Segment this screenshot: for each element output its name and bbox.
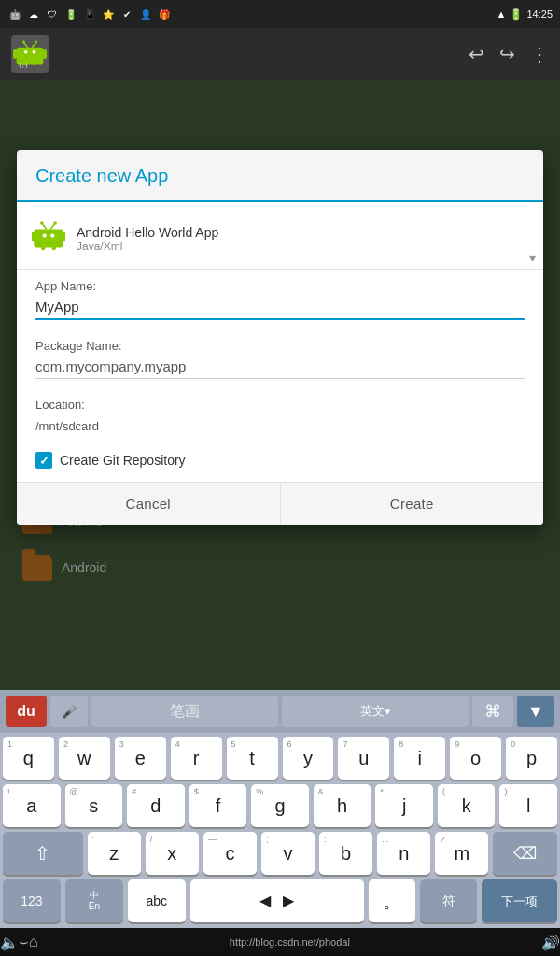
status-bar: 🤖 ☁ 🛡 🔋 📱 ⭐ ✔ 👤 🎁 ▲ 🔋 14:25: [0, 0, 560, 28]
kbd-stroke-button[interactable]: 笔画: [91, 696, 278, 727]
keyboard: du 🎤 笔画 英文▾ ⌘ ▼ 1q 2w 3e 4r 5t 6y 7u 8i: [0, 690, 560, 928]
keyboard-keys: 1q 2w 3e 4r 5t 6y 7u 8i 9o 0p !a @s #d $…: [0, 733, 560, 922]
key-e[interactable]: 3e: [115, 737, 166, 780]
key-g[interactable]: %g: [251, 784, 309, 827]
location-value: /mnt/sdcard: [35, 415, 525, 439]
kbd-hide-button[interactable]: ▼: [517, 696, 554, 727]
git-repo-checkbox-row[interactable]: ✓ Create Git Repository: [17, 443, 543, 482]
key-m[interactable]: ?m: [435, 832, 488, 875]
template-name: Android Hello World App: [77, 225, 218, 240]
kbd-en-button[interactable]: 英文▾: [282, 696, 469, 727]
key-w[interactable]: 2w: [59, 737, 110, 780]
gift-icon: 🎁: [157, 7, 172, 21]
key-v[interactable]: ;v: [261, 832, 315, 875]
key-x[interactable]: /x: [146, 832, 199, 875]
android-icon: 🤖: [7, 7, 22, 21]
bottom-bar: 🔈 ⌣ ⌂ http://blog.csdn.net/phodal 🔊: [0, 928, 560, 956]
undo-icon[interactable]: ↩: [469, 43, 484, 65]
app-name-label: App Name:: [35, 279, 525, 293]
volume-icon: 🔈: [0, 934, 19, 951]
du-label: du: [17, 703, 35, 720]
location-label: Location:: [35, 398, 525, 412]
template-expand-icon: ▾: [529, 250, 536, 265]
key-f[interactable]: $f: [189, 784, 247, 827]
key-s[interactable]: @s: [65, 784, 123, 827]
backspace-key[interactable]: ⌫: [493, 832, 557, 875]
key-c[interactable]: —c: [203, 832, 257, 875]
key-symbol[interactable]: 符: [420, 879, 478, 922]
git-repo-checkbox[interactable]: ✓: [35, 452, 52, 469]
dialog-body: Android Hello World App Java/Xml ▾ App N…: [17, 202, 543, 482]
location-section: Location: /mnt/sdcard: [17, 388, 543, 443]
svg-point-19: [43, 233, 47, 237]
redo-icon[interactable]: ↪: [499, 43, 515, 65]
key-period[interactable]: 。: [369, 879, 415, 922]
svg-rect-15: [32, 232, 35, 241]
key-row-4: 123 中En abc ◀ ▶ 。 符 下一项: [3, 879, 557, 922]
svg-point-5: [24, 50, 28, 54]
svg-rect-2: [43, 49, 47, 59]
key-i[interactable]: 8i: [394, 737, 445, 780]
create-button[interactable]: Create: [281, 483, 544, 525]
kbd-sym-button[interactable]: ⌘: [472, 696, 513, 727]
battery-level: 🔋: [510, 8, 523, 21]
key-row-1: 1q 2w 3e 4r 5t 6y 7u 8i 9o 0p: [3, 737, 557, 780]
key-zh-en[interactable]: 中En: [65, 879, 123, 922]
key-a[interactable]: !a: [3, 784, 61, 827]
key-h[interactable]: &h: [314, 784, 371, 827]
space-key[interactable]: ◀ ▶: [190, 879, 364, 922]
svg-rect-4: [33, 58, 36, 66]
key-j[interactable]: *j: [375, 784, 433, 827]
svg-line-21: [43, 224, 47, 230]
kbd-du-button[interactable]: du: [6, 696, 47, 727]
key-p[interactable]: 0p: [506, 737, 557, 780]
app-logo: {;}: [11, 35, 49, 73]
key-next[interactable]: 下一项: [482, 879, 557, 922]
dialog-buttons: Cancel Create: [17, 482, 543, 525]
svg-text:{;}: {;}: [19, 63, 28, 68]
app-name-input[interactable]: [35, 297, 525, 320]
key-q[interactable]: 1q: [3, 737, 54, 780]
status-icons-right: ▲ 🔋 14:25: [497, 8, 553, 21]
key-row-3: ⇧ 'z /x —c ;v :b ...n ?m ⌫: [3, 832, 557, 875]
key-b[interactable]: :b: [319, 832, 372, 875]
app-name-section: App Name:: [17, 270, 543, 324]
key-123[interactable]: 123: [3, 879, 61, 922]
key-n[interactable]: ...n: [377, 832, 430, 875]
shift-key[interactable]: ⇧: [3, 832, 83, 875]
key-u[interactable]: 7u: [338, 737, 389, 780]
wifi-icon: ▲: [497, 8, 507, 20]
home-icon[interactable]: ⌂: [29, 934, 38, 950]
cancel-button[interactable]: Cancel: [17, 483, 281, 525]
key-d[interactable]: #d: [127, 784, 185, 827]
user-icon: 👤: [138, 7, 153, 21]
key-t[interactable]: 5t: [227, 737, 278, 780]
key-r[interactable]: 4r: [171, 737, 222, 780]
phone-icon: 📱: [82, 7, 97, 21]
svg-line-8: [32, 43, 35, 48]
key-abc[interactable]: abc: [128, 879, 186, 922]
star-icon: ⭐: [101, 7, 116, 21]
kbd-mic-button[interactable]: 🎤: [50, 696, 88, 727]
svg-rect-18: [52, 241, 56, 250]
more-icon[interactable]: ⋮: [530, 43, 549, 65]
key-l[interactable]: )l: [499, 784, 557, 827]
hide-icon: ▼: [527, 702, 544, 722]
key-y[interactable]: 6y: [283, 737, 334, 780]
back-icon[interactable]: ⌣: [19, 934, 29, 950]
key-z[interactable]: 'z: [88, 832, 141, 875]
key-o[interactable]: 9o: [450, 737, 501, 780]
cloud-icon: ☁: [26, 7, 41, 21]
package-name-input[interactable]: [35, 357, 525, 379]
svg-point-20: [50, 233, 54, 237]
svg-rect-16: [62, 232, 65, 241]
svg-rect-12: [17, 39, 44, 48]
svg-point-6: [33, 50, 36, 54]
key-k[interactable]: (k: [438, 784, 496, 827]
action-icons: ↩ ↪ ⋮: [469, 43, 549, 65]
package-name-label: Package Name:: [35, 339, 525, 353]
check-icon: ✔: [119, 7, 134, 21]
svg-point-10: [35, 41, 37, 44]
dialog-title: Create new App: [17, 150, 543, 202]
template-selector[interactable]: Android Hello World App Java/Xml ▾: [17, 209, 543, 269]
